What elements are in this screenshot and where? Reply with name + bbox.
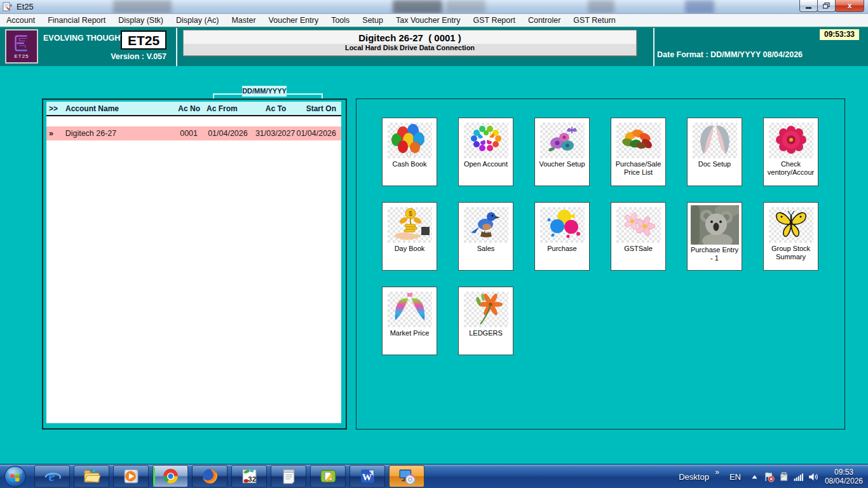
menu-voucher-entry[interactable]: Voucher Entry bbox=[262, 15, 325, 26]
launcher-open-account[interactable]: Open Account bbox=[458, 118, 513, 186]
device-icon[interactable] bbox=[778, 471, 789, 482]
show-desktop-button[interactable]: Desktop» bbox=[679, 472, 719, 482]
word-taskbar-button[interactable]: W bbox=[349, 465, 385, 487]
column-header-marker: >> bbox=[46, 104, 63, 113]
menu-gst-return[interactable]: GST Return bbox=[567, 15, 621, 26]
launcher-label: Doc Setup bbox=[688, 160, 742, 168]
launcher-purchase[interactable]: Purchase bbox=[534, 202, 590, 271]
launcher-purchase-entry-1[interactable]: Purchase Entry- 1 bbox=[687, 202, 742, 271]
word-icon: W bbox=[359, 468, 376, 485]
volume-icon[interactable] bbox=[808, 471, 818, 482]
column-header-start-on: Start On bbox=[301, 104, 341, 113]
launcher-label: Purchase bbox=[535, 245, 589, 253]
overflow-chevron-icon: » bbox=[715, 468, 719, 477]
ac-from-cell: 01/04/2026 bbox=[200, 129, 249, 138]
company-name: Digitech 26-27 ( 0001 ) bbox=[184, 32, 636, 43]
accounts-panel: >>Account NameAc NoAc FromAc ToStart On … bbox=[42, 98, 347, 430]
start-button[interactable] bbox=[3, 464, 27, 488]
network-signal-icon[interactable] bbox=[793, 471, 804, 482]
background-window-smudge bbox=[685, 0, 714, 14]
chrome-taskbar-button[interactable] bbox=[153, 465, 188, 487]
launcher-group-stock-summary[interactable]: Group StockSummary bbox=[763, 202, 818, 271]
brand-name: EVOLVING THOUGHTS bbox=[43, 34, 130, 43]
menu-master[interactable]: Master bbox=[225, 15, 262, 26]
window-title: Et25 bbox=[17, 2, 34, 11]
launcher-day-book[interactable]: $Day Book bbox=[382, 202, 437, 271]
window-titlebar[interactable]: Et25 x bbox=[0, 0, 868, 14]
start-on-cell: 01/04/2026 bbox=[296, 129, 341, 138]
notepad-taskbar-button[interactable] bbox=[271, 465, 306, 487]
launcher-label: LEDGERS bbox=[459, 329, 513, 337]
launcher-label: Day Book bbox=[383, 245, 437, 253]
launcher-voucher-setup[interactable]: Voucher Setup bbox=[534, 118, 590, 186]
header-divider bbox=[176, 28, 177, 66]
notepadpp-icon bbox=[320, 468, 337, 485]
launcher-panel: Cash BookOpen AccountVoucher SetupPurcha… bbox=[356, 98, 845, 430]
media-player-taskbar-button[interactable] bbox=[113, 465, 149, 487]
launcher-label: Purchase Entry- 1 bbox=[688, 246, 742, 262]
launcher-ledgers[interactable]: LEDGERS bbox=[458, 287, 513, 355]
evolving-thoughts-logo: ET25 bbox=[5, 29, 38, 64]
launcher-label: Voucher Setup bbox=[535, 160, 589, 168]
menu-tax-voucher-entry[interactable]: Tax Voucher Entry bbox=[390, 15, 466, 26]
explorer-taskbar-button[interactable] bbox=[74, 465, 109, 487]
background-window-smudge bbox=[393, 0, 442, 14]
minimize-button[interactable] bbox=[799, 0, 818, 12]
header-divider bbox=[653, 28, 654, 66]
menu-account[interactable]: Account bbox=[0, 15, 41, 26]
launcher-label: Purchase/SalePrice List bbox=[611, 160, 665, 176]
accounts-table-header: >>Account NameAc NoAc FromAc ToStart On bbox=[46, 102, 341, 116]
chrome-icon bbox=[162, 468, 179, 485]
launcher-sales[interactable]: Sales bbox=[458, 202, 513, 271]
svg-text:W: W bbox=[362, 471, 372, 482]
ie-taskbar-button[interactable]: e bbox=[34, 465, 70, 487]
taskbar: e32W Desktop» EN 09:53 08/04/2026 bbox=[0, 464, 868, 488]
menu-setup[interactable]: Setup bbox=[356, 15, 390, 26]
firefox-taskbar-button[interactable] bbox=[192, 465, 227, 487]
notepad-icon bbox=[280, 468, 297, 485]
taskbar-clock[interactable]: 09:53 08/04/2026 bbox=[825, 468, 863, 485]
launcher-check-ventory-accour[interactable]: Checkventory/Accour bbox=[763, 118, 818, 186]
notepadpp-taskbar-button[interactable] bbox=[310, 465, 346, 487]
bluebird-icon bbox=[464, 207, 508, 243]
menu-display-ac[interactable]: Display (Ac) bbox=[170, 15, 225, 26]
launcher-cash-book[interactable]: Cash Book bbox=[382, 118, 437, 186]
menu-controler[interactable]: Controler bbox=[522, 15, 567, 26]
menu-gst-report[interactable]: GST Report bbox=[466, 15, 521, 26]
menu-display-stk[interactable]: Display (Stk) bbox=[112, 15, 170, 26]
language-indicator[interactable]: EN bbox=[729, 472, 741, 482]
explorer-icon bbox=[83, 468, 100, 485]
launcher-doc-setup[interactable]: Doc Setup bbox=[687, 118, 742, 186]
background-window-smudge bbox=[446, 0, 485, 14]
ac-to-cell: 31/03/2027 bbox=[249, 129, 297, 138]
launcher-purchase-sale-price-list[interactable]: Purchase/SalePrice List bbox=[611, 118, 666, 186]
launcher-label: Sales bbox=[459, 245, 513, 253]
autumn-leaves-icon bbox=[616, 123, 661, 158]
et25-app-taskbar-button[interactable] bbox=[389, 465, 424, 487]
angel-wings-icon bbox=[693, 123, 737, 158]
menu-tools[interactable]: Tools bbox=[325, 15, 356, 26]
account-name-cell: Digitech 26-27 bbox=[63, 129, 168, 138]
product-badge: ET25 bbox=[121, 30, 166, 50]
version-label: Version : V.057 bbox=[95, 52, 166, 61]
column-header-ac-to: Ac To bbox=[252, 104, 301, 113]
launcher-gstsale[interactable]: GSTSale bbox=[611, 202, 666, 271]
rainbow-tree-icon bbox=[464, 123, 508, 158]
calendar32-icon: 32 bbox=[241, 468, 258, 485]
action-center-icon[interactable] bbox=[764, 471, 775, 482]
hidden-icons-arrow[interactable] bbox=[749, 471, 760, 482]
logo-caption: ET25 bbox=[6, 53, 37, 59]
column-header-ac-no: Ac No bbox=[170, 104, 203, 113]
launcher-market-price[interactable]: Market Price bbox=[382, 287, 437, 355]
svg-text:32: 32 bbox=[248, 475, 256, 483]
account-row-digitech-26-27[interactable]: »Digitech 26-27000101/04/202631/03/20270… bbox=[46, 126, 341, 140]
menu-financial-report[interactable]: Financial Report bbox=[41, 15, 112, 26]
balloons-icon bbox=[388, 123, 432, 158]
connection-status: Local Hard Disk Drive Data Connection bbox=[184, 44, 636, 51]
restore-button[interactable] bbox=[817, 0, 836, 12]
date-format-label: Date Format : DD/MM/YYYY bbox=[657, 50, 761, 59]
row-marker: » bbox=[46, 129, 63, 138]
calendar32-taskbar-button[interactable]: 32 bbox=[231, 465, 267, 487]
close-button[interactable]: x bbox=[835, 0, 864, 12]
accounts-table: >>Account NameAc NoAc FromAc ToStart On … bbox=[46, 102, 341, 423]
